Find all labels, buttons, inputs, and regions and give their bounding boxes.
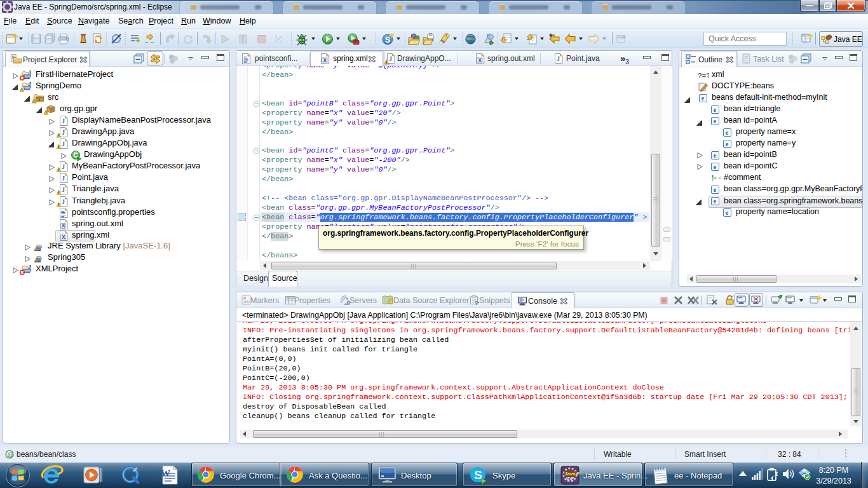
svg-text:@: @ (8, 451, 14, 458)
svg-text:S: S (385, 35, 391, 44)
svg-text:W: W (161, 468, 170, 478)
svg-text:S: S (474, 468, 482, 482)
svg-text:IDE: IDE (566, 476, 574, 482)
svg-text:?=?: ?=? (698, 72, 709, 79)
svg-text:--: -- (713, 174, 721, 183)
